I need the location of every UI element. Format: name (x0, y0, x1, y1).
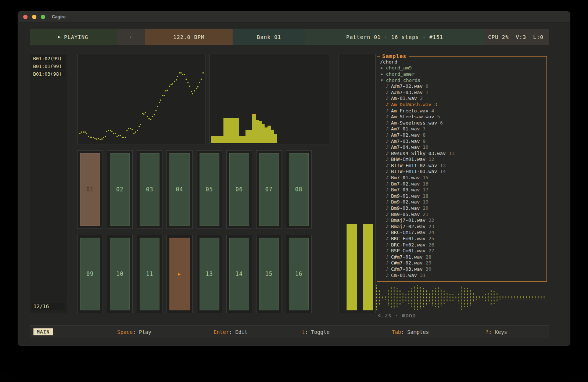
sample-file-row[interactable]: ♪Bmaj7-01.wav22 (379, 217, 545, 223)
pad-cell-01[interactable]: 01 (77, 150, 103, 229)
sample-file-row[interactable]: ♪BHW-Cm01.wav12 (379, 156, 545, 163)
pad-05[interactable]: 05 (200, 153, 219, 226)
sample-file-row[interactable]: ♪Am-DubWash.wav3 (379, 101, 545, 108)
statusbar-segment-bank[interactable]: Bank 01 (233, 29, 305, 45)
sample-file-row[interactable]: ♪Bm7-01.wav15 (379, 174, 545, 181)
sample-file-row[interactable]: ♪C#m7-03.wav30 (379, 266, 545, 272)
pad-cell-03[interactable]: 03 (137, 150, 162, 229)
pad-cell-05[interactable]: 05 (197, 150, 222, 229)
waveform-column (417, 285, 419, 310)
statusbar-segment-pattern[interactable]: Pattern 01 · 16 steps · #151 (305, 29, 484, 45)
scatter-point (128, 128, 129, 129)
maximize-button[interactable] (41, 15, 45, 19)
sample-file-row[interactable]: ♪BRC-Cm17.wav24 (379, 230, 545, 236)
pad-cell-06[interactable]: 06 (226, 150, 252, 229)
scatter-point (96, 138, 97, 140)
pad-09[interactable]: 09 (80, 238, 100, 310)
pad-cell-16[interactable]: 16 (286, 235, 312, 313)
pad-cell-15[interactable]: 15 (256, 235, 282, 313)
waveform-column (523, 296, 524, 299)
histogram-bar (239, 136, 245, 143)
pad-cell-09[interactable]: 09 (77, 235, 103, 313)
pad-02[interactable]: 02 (110, 153, 130, 226)
sample-file-row[interactable]: ♪BITW-Fm11-02.wav13 (379, 162, 545, 169)
sample-file-row[interactable]: ♪Am-Sweetness.wav6 (379, 120, 545, 126)
minimize-button[interactable] (32, 15, 36, 19)
pad-cell-07[interactable]: 07 (256, 150, 282, 229)
sample-file-row[interactable]: ♪Bm9-01.wav18 (379, 193, 545, 199)
pad-01[interactable]: 01 (80, 153, 100, 226)
sample-file-row[interactable]: ♪Am7-03.wav9 (379, 138, 545, 144)
statusbar-segment-tempo[interactable]: 122.0 BPM (145, 29, 233, 45)
statusbar-segment-metro[interactable]: · (116, 29, 145, 45)
sample-file-row[interactable]: ♪Am-Freeto.wav4 (379, 108, 545, 114)
pad-04[interactable]: 04 (169, 153, 189, 226)
sample-dir-row[interactable]: ▼chord_chords (379, 77, 545, 83)
pad-cell-13[interactable]: 13 (197, 235, 222, 313)
pad-14[interactable]: 14 (229, 238, 249, 310)
pad-cell-12[interactable]: ▶ (166, 235, 192, 313)
sample-file-row[interactable]: ♪BRC-Fm01.wav25 (379, 235, 545, 242)
pad-cell-11[interactable]: 11 (137, 235, 162, 313)
sample-file-row[interactable]: ♪BSP-Cm01.wav27 (379, 248, 545, 254)
sample-file-index: 28 (426, 254, 431, 260)
pad-cell-04[interactable]: 04 (166, 150, 192, 229)
pad-11[interactable]: 11 (140, 238, 159, 310)
pad-03[interactable]: 03 (140, 153, 159, 226)
pad-16[interactable]: 16 (289, 238, 309, 310)
pad-08[interactable]: 08 (289, 153, 309, 226)
pad-06[interactable]: 06 (229, 153, 249, 226)
sample-dir-row[interactable]: ▶chord_amer (379, 71, 545, 77)
waveform-column (405, 293, 407, 302)
statusbar-segment-transport[interactable]: ▶PLAYING (30, 29, 116, 45)
pad-10[interactable]: 10 (110, 238, 130, 310)
scatter-point (103, 137, 104, 138)
music-note-icon: ♪ (386, 114, 391, 119)
sample-file-row[interactable]: ♪BITW-Fm11-03.wav14 (379, 169, 545, 175)
close-button[interactable] (23, 15, 28, 19)
sample-file-row[interactable]: ♪C#m7-01.wav28 (379, 254, 545, 260)
pad-13[interactable]: 13 (200, 238, 219, 310)
scatter-point (197, 86, 198, 87)
key-hint-key: Tab (392, 329, 401, 335)
sample-file-row[interactable]: ♪Am7-01.wav7 (379, 126, 545, 132)
sample-dir-row[interactable]: ▶chord_am9 (379, 65, 545, 71)
sample-file-name: Am-Sweetness.wav (391, 120, 437, 126)
sample-file-row[interactable]: ♪Bmaj7-02.wav23 (379, 223, 545, 230)
chevron-right-icon: ▶ (381, 66, 386, 70)
sample-file-row[interactable]: ♪B9sus4 Silky 03.wav11 (379, 150, 545, 156)
music-note-icon: ♪ (386, 217, 391, 223)
mode-badge: MAIN (33, 328, 53, 335)
music-note-icon: ♪ (386, 266, 391, 272)
sample-file-row[interactable]: ♪Bm9-05.wav21 (379, 211, 545, 217)
pad-cell-08[interactable]: 08 (286, 150, 312, 229)
sample-file-row[interactable]: ♪Am-Steelsaw.wav5 (379, 113, 545, 120)
pad-cell-14[interactable]: 14 (226, 235, 252, 313)
sample-file-row[interactable]: ♪Bm7-03.wav17 (379, 187, 545, 193)
pad-cell-02[interactable]: 02 (107, 150, 133, 229)
pad-12[interactable]: ▶ (169, 238, 189, 310)
sample-file-row[interactable]: ♪A#m7-02.wav0 (379, 83, 545, 89)
sample-file-name: BITW-Fm11-03.wav (391, 169, 437, 174)
sample-file-row[interactable]: ♪Am7-04.wav10 (379, 144, 545, 150)
pad-cell-10[interactable]: 10 (107, 235, 133, 313)
scatter-point (162, 95, 163, 96)
sample-file-index: 14 (440, 169, 446, 174)
sample-file-row[interactable]: ♪Bm9-02.wav19 (379, 199, 545, 205)
sample-file-row[interactable]: ♪A#m7-03.wav1 (379, 89, 545, 96)
sample-file-row[interactable]: ♪Am7-02.wav8 (379, 132, 545, 138)
histogram-bar (211, 136, 223, 143)
pad-15[interactable]: 15 (259, 238, 279, 310)
sample-file-row[interactable]: ♪C#m7-02.wav29 (379, 260, 545, 266)
sample-file-index: 25 (429, 236, 434, 241)
scatter-point (180, 72, 182, 73)
sample-file-row[interactable]: ♪Cm-01.wav31 (379, 272, 545, 278)
pad-07[interactable]: 07 (259, 153, 279, 226)
pattern-scatter-chart (77, 54, 205, 144)
sample-file-row[interactable]: ♪Bm7-02.wav16 (379, 181, 545, 187)
waveform-column (481, 296, 483, 299)
sample-file-row[interactable]: ♪BRC-Fm02.wav26 (379, 242, 545, 248)
sample-file-row[interactable]: ♪Am-01.wav2 (379, 96, 545, 102)
waveform-column (440, 289, 442, 306)
sample-file-row[interactable]: ♪Bm9-03.wav20 (379, 205, 545, 211)
